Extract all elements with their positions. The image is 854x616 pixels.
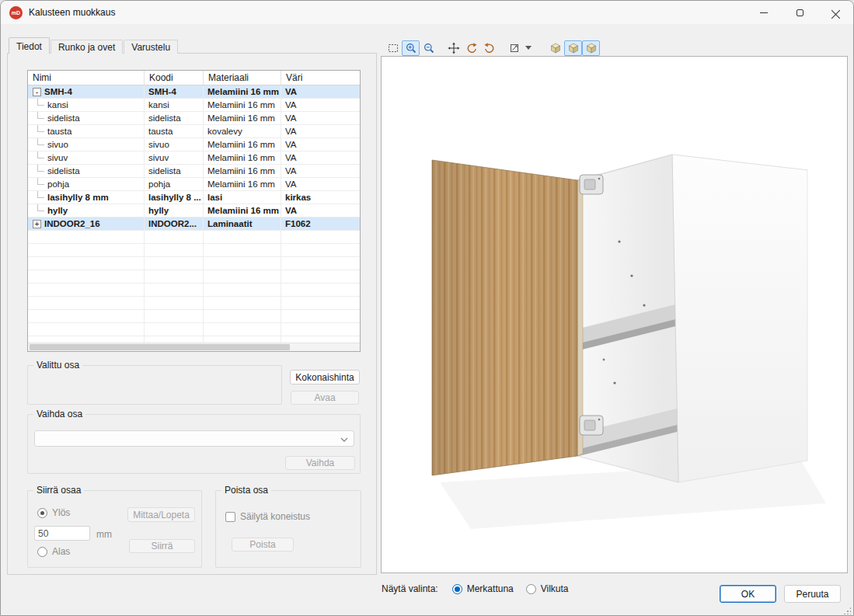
cabinet-3d-viewport[interactable] [381,56,848,573]
table-row[interactable]: hyllyhyllyMelamiini 16 mmVA [28,204,360,218]
tree-connector [37,165,44,172]
distance-input[interactable] [34,526,90,541]
table-cell: Melamiini 16 mm [204,99,281,112]
zoom-extents-dropdown-icon[interactable] [523,40,533,56]
table-row[interactable]: pohjapohjaMelamiini 16 mmVA [28,178,360,191]
cabinet-3d-render [382,57,848,573]
table-cell: pohja [28,178,145,191]
column-header-materiaali[interactable]: Materiaali [204,71,281,85]
table-cell [145,257,204,270]
table-row[interactable]: -SMH-4SMH-4Melamiini 16 mmVA [28,85,360,99]
table-row[interactable]: lasihylly 8 mmlasihylly 8 ...lasikirkas [28,191,360,204]
table-cell [281,257,360,270]
table-cell: hylly [145,204,204,218]
valittu-osa-group: Valittu osa [27,365,282,405]
table-cell [145,297,204,310]
table-cell: F1062 [281,218,360,231]
table-cell [204,231,281,244]
siirra-osaa-label: Siirrä osaa [33,485,84,496]
expand-icon[interactable]: + [33,220,41,228]
resize-grip[interactable] [843,607,851,614]
table-cell [281,323,360,336]
sailyta-koneistus-checkbox[interactable] [225,512,235,522]
rotate-cw-icon[interactable] [462,40,480,56]
maximize-button[interactable] [782,1,817,24]
table-row[interactable]: taustataustakovalevyVA [28,125,360,138]
vaihda-button[interactable]: Vaihda [285,456,355,470]
unit-label: mm [96,529,112,540]
zoom-window-icon[interactable] [384,40,402,56]
table-row[interactable]: sivuvsivuvMelamiini 16 mmVA [28,151,360,165]
table-cell [204,323,281,336]
collapse-icon[interactable]: - [33,88,41,96]
tree-connector [37,138,44,145]
siirra-button[interactable]: Siirrä [129,539,195,553]
table-cell: hylly [28,204,145,218]
kokonaishinta-button[interactable]: Kokonaishinta [290,370,360,385]
table-cell [145,323,204,336]
table-cell: sidelista [28,165,145,178]
column-header-vari[interactable]: Väri [281,71,360,85]
vaihda-osa-combobox[interactable] [34,430,354,447]
table-cell [145,231,204,244]
table-cell: VA [281,99,360,112]
table-cell: Laminaatit [204,218,281,231]
tree-connector [37,112,44,119]
show-selection-label: Näytä valinta: [382,583,438,594]
table-cell: Melamiini 16 mm [204,204,281,218]
radio-vilkuta[interactable] [526,584,536,594]
tab-strip: Tiedot Runko ja ovet Varustelu [9,38,179,54]
radio-merkattuna[interactable] [452,584,462,594]
radio-alas[interactable] [37,547,47,557]
peruuta-button[interactable]: Peruuta [784,585,841,603]
view-mode-1-icon[interactable] [546,40,564,56]
tab-varustelu[interactable]: Varustelu [124,40,178,54]
column-header-koodi[interactable]: Koodi [145,71,204,85]
table-empty-row [28,257,360,270]
column-header-nimi[interactable]: Nimi [28,71,145,85]
close-button[interactable] [817,1,853,24]
maximize-icon [796,9,803,16]
horizontal-scrollbar[interactable] [28,343,360,351]
rotate-ccw-icon[interactable] [480,40,498,56]
table-row[interactable]: kansikansiMelamiini 16 mmVA [28,99,360,112]
table-cell: tausta [28,125,145,138]
table-cell [204,270,281,284]
zoom-in-icon[interactable] [402,40,420,56]
table-cell: kirkas [281,191,360,204]
pan-icon[interactable] [444,40,462,56]
table-cell [145,310,204,323]
table-row[interactable]: sidelistasidelistaMelamiini 16 mmVA [28,112,360,125]
ok-button[interactable]: OK [720,585,776,603]
avaa-button[interactable]: Avaa [291,391,359,405]
title-bar[interactable]: mD Kalusteen muokkaus [1,1,853,24]
zoom-extents-icon[interactable] [505,40,523,56]
poista-button[interactable]: Poista [232,538,294,552]
poista-osa-group: Poista osa Säilytä koneistus Poista [215,490,361,568]
radio-ylos[interactable] [37,508,47,518]
table-cell [28,244,145,257]
table-cell [28,297,145,310]
zoom-out-icon[interactable] [420,40,437,56]
table-cell [281,310,360,323]
table-row[interactable]: sivuosivuoMelamiini 16 mmVA [28,138,360,151]
table-row[interactable]: +INDOOR2_16INDOOR2...LaminaatitF1062 [28,218,360,231]
table-row[interactable]: sidelistasidelistaMelamiini 16 mmVA [28,165,360,178]
table-cell [204,284,281,297]
view-mode-2-icon[interactable] [564,40,582,56]
tab-tiedot[interactable]: Tiedot [9,37,50,54]
table-cell: VA [281,85,360,99]
scrollbar-thumb[interactable] [30,344,290,350]
tree-connector [37,99,44,106]
table-cell [204,257,281,270]
parts-table[interactable]: Nimi Koodi Materiaali Väri -SMH-4SMH-4Me… [27,70,361,352]
table-cell: sivuo [145,138,204,151]
mittaa-lopeta-button[interactable]: Mittaa/Lopeta [127,507,195,522]
table-cell [28,257,145,270]
tab-runko-ja-ovet[interactable]: Runko ja ovet [51,40,123,54]
table-empty-row [28,284,360,297]
view-mode-3-icon[interactable] [582,40,600,56]
table-cell: VA [281,204,360,218]
table-cell [281,297,360,310]
minimize-button[interactable] [746,1,782,24]
